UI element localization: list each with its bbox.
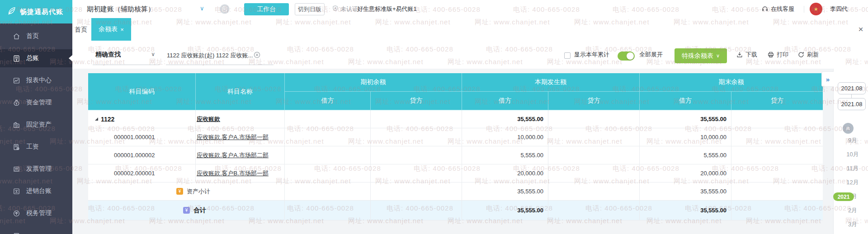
sidebar-item-invoice[interactable]: 发票管理 <box>0 160 72 178</box>
sidebar-item-assets[interactable]: 固定资产 <box>0 116 72 134</box>
edition-label: 好生意标准版+易代账1 <box>357 0 417 18</box>
workbench-button[interactable]: 工作台 <box>244 3 289 15</box>
search-value: 1122 应收账款(起) 1122 应收账... <box>167 51 253 60</box>
sidebar-item-label: 固定资产 <box>26 121 52 129</box>
sidebar-item-trade[interactable]: 进销台账 <box>0 182 72 200</box>
sidebar-item-label: 资金管理 <box>26 98 52 107</box>
expand-all-toggle[interactable] <box>618 51 635 61</box>
header-debit: 借方 <box>462 92 548 110</box>
home-icon <box>13 33 20 40</box>
table-row: ¥合计35,555.0035,555.00 <box>88 201 823 220</box>
invoice-icon <box>13 165 20 173</box>
chevron-down-icon: ∨ <box>716 53 720 59</box>
header-credit: 贷方 <box>731 92 823 110</box>
header-group: 本期发生额 <box>462 73 640 92</box>
download-icon <box>736 51 743 58</box>
memo-icon[interactable] <box>220 4 230 14</box>
sidebar-item-ledger[interactable]: 总账 <box>0 49 72 67</box>
leaf-logo-icon <box>6 5 17 18</box>
cell-value: 10,000.00 <box>640 128 731 146</box>
table-row: 000001.000002应收账款.客户A.市场部二部5,555.005,555… <box>88 146 823 164</box>
cert-status[interactable]: 未认证 <box>332 0 358 18</box>
sidebar-item-more[interactable] <box>0 226 72 234</box>
month-item[interactable]: 11月 <box>840 164 865 173</box>
chevron-down-icon[interactable]: ∨ <box>200 0 204 18</box>
total-label: 合计 <box>193 206 206 215</box>
headset-icon <box>761 5 769 14</box>
cell-value <box>731 128 823 146</box>
tab-close-icon[interactable]: × <box>120 27 124 33</box>
cell-total: ¥合计 <box>88 201 285 220</box>
cell-account-code: 000001.000002 <box>88 146 196 164</box>
sidebar-item-report[interactable]: 报表中心 <box>0 71 72 89</box>
refresh-label: 刷新 <box>807 51 819 59</box>
cell-value: 35,555.00 <box>462 183 548 200</box>
subtotal-label: 资产小计 <box>187 187 210 196</box>
expand-all-label: 全部展开 <box>639 41 663 69</box>
account-name-link[interactable]: 应收账款.客户B.市场部一部 <box>196 164 285 182</box>
month-item[interactable]: 3月 <box>840 220 865 229</box>
cell-value <box>285 128 371 146</box>
refresh-icon <box>797 51 805 58</box>
tax-icon <box>13 210 20 217</box>
download-label: 下载 <box>745 51 757 59</box>
account-name-link[interactable]: 应收账款 <box>196 110 285 128</box>
print-button[interactable]: 打印 <box>767 41 788 69</box>
month-item[interactable]: 12月 <box>840 178 865 187</box>
month-item[interactable]: 2月 <box>840 206 865 215</box>
table-row: 000001.000001应收账款.客户A.市场部一部10,000.0010,0… <box>88 128 823 146</box>
account-set-name[interactable]: 期初建账（辅助核算） <box>87 0 155 18</box>
close-page-button[interactable]: × <box>854 18 868 41</box>
cell-value: 35,555.00 <box>462 110 548 128</box>
period-connector <box>851 94 852 98</box>
month-item[interactable]: 10月 <box>840 150 865 159</box>
scroll-up-icon[interactable] <box>843 123 854 134</box>
assets-icon <box>13 121 20 129</box>
cell-value: 5,555.00 <box>640 146 731 164</box>
switch-old-version-button[interactable]: 切到日版 <box>295 3 325 15</box>
collapse-triangle-icon[interactable] <box>95 117 98 121</box>
sidebar-item-tax[interactable]: 税务管理 <box>0 204 72 222</box>
printer-icon <box>767 51 774 58</box>
cert-status-label: 未认证 <box>340 5 358 13</box>
show-year-total-label[interactable]: 显示本年累计 <box>574 41 609 69</box>
table-row: 000002.000001应收账款.客户B.市场部一部20,000.0020,0… <box>88 164 823 183</box>
period-from-input[interactable]: 2021.08 <box>838 82 866 94</box>
sidebar-item-label: 总账 <box>26 54 39 62</box>
header-group: 期末余额 <box>640 73 823 92</box>
account-name-link[interactable]: 应收账款.客户A.市场部一部 <box>196 128 285 146</box>
cell-account-code: 000002.000001 <box>88 164 196 182</box>
sidebar-item-label: 首页 <box>26 32 39 40</box>
search-mode-select[interactable]: 精确查找 ∨ <box>93 45 160 65</box>
avatar[interactable]: ★ <box>810 3 822 15</box>
cell-value <box>548 164 640 182</box>
header-group: 期初余额 <box>285 73 462 92</box>
header-credit: 贷方 <box>548 92 640 110</box>
account-name-link[interactable]: 应收账款.客户A.市场部二部 <box>196 146 285 164</box>
online-support-link[interactable]: 在线客服 <box>761 0 794 18</box>
clear-search-icon[interactable] <box>253 51 261 59</box>
month-item[interactable]: 9月 <box>840 136 865 145</box>
sidebar-item-funds[interactable]: 资金管理 <box>0 94 72 112</box>
period-to-input[interactable]: 2021.08 <box>838 98 866 110</box>
double-arrow-right-icon[interactable]: » <box>821 71 834 87</box>
sidebar-item-label: 发票管理 <box>26 165 52 173</box>
header-account-name: 科目名称 <box>196 73 285 110</box>
search-input[interactable]: 1122 应收账款(起) 1122 应收账... <box>166 45 274 65</box>
sidebar-item-salary[interactable]: 工资 <box>0 138 72 156</box>
download-button[interactable]: 下载 <box>736 41 757 69</box>
special-balance-button[interactable]: 特殊余额表 ∨ <box>675 48 727 63</box>
cell-value <box>371 128 462 146</box>
sidebar-item-home[interactable]: 首页 <box>0 27 72 45</box>
trade-icon <box>13 187 20 195</box>
tab-balance-sheet[interactable]: 余额表 × <box>91 18 131 41</box>
cell-value <box>371 201 462 220</box>
cell-account-code: 000001.000001 <box>88 128 196 146</box>
refresh-button[interactable]: 刷新 <box>797 41 819 69</box>
print-label: 打印 <box>777 51 788 59</box>
show-year-total-checkbox[interactable] <box>564 52 571 59</box>
tab-home[interactable]: 首页 <box>75 18 87 41</box>
user-name[interactable]: 李四代 <box>830 0 848 18</box>
sidebar-menu: 首页总账报表中心资金管理固定资产工资发票管理进销台账税务管理 <box>0 27 72 234</box>
funds-icon <box>13 99 20 107</box>
